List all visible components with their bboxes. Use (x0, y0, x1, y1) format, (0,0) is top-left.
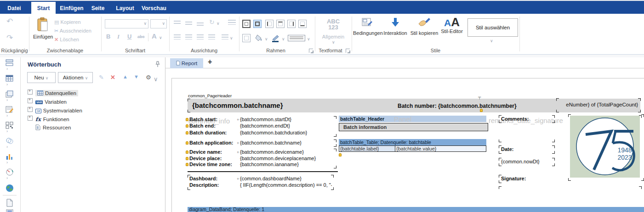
style-editor-button[interactable]: AA Stil-Editor (439, 17, 464, 34)
font-family-select[interactable]: ∨ (105, 19, 148, 28)
info-label[interactable]: Batch application: (189, 140, 233, 145)
gear-chevron[interactable]: ∨ (154, 76, 158, 83)
all-borders-button[interactable] (242, 20, 251, 28)
resize-handle[interactable]: + (237, 177, 239, 181)
signature-tool-chevron[interactable]: › (6, 113, 8, 118)
conditions-button[interactable]: Bedingungen (353, 17, 382, 36)
align-justify-icon[interactable] (208, 34, 215, 39)
info-value[interactable]: {batchcommon.batchname} (240, 140, 302, 145)
expand-icon[interactable] (28, 98, 33, 103)
edit-icon[interactable]: ✎ (99, 74, 104, 81)
textformat-dialog-launcher[interactable] (346, 49, 350, 53)
info-label[interactable]: Batch end: (189, 123, 216, 128)
info-label[interactable]: Batch duration: (189, 130, 227, 135)
paste-button[interactable]: Einfügen (33, 17, 52, 44)
text-rotate-icon[interactable]: ↻ (209, 18, 215, 26)
signature-tool-icon[interactable] (5, 106, 15, 113)
expand-icon[interactable] (28, 89, 33, 95)
info-label[interactable]: Device name: (189, 149, 222, 155)
info-label[interactable]: Device time zone: (189, 162, 232, 167)
tab-start[interactable]: Start (31, 2, 56, 15)
wrap-text-icon[interactable] (228, 20, 236, 25)
panel-tool-icon[interactable] (5, 90, 15, 98)
gauge-tool-icon[interactable] (5, 168, 15, 176)
comments-textbox[interactable]: Comments: (501, 116, 529, 122)
move-down-icon[interactable]: ▼ (134, 74, 139, 79)
rotate-chevron[interactable]: ∨ (217, 21, 220, 26)
interaction-button[interactable]: Interaktion (382, 17, 408, 36)
table-tool-icon[interactable] (5, 75, 15, 82)
general-chevron[interactable]: ∨ (332, 40, 335, 45)
right-border-button[interactable] (287, 20, 296, 28)
add-page-button[interactable]: + (208, 58, 212, 66)
info-label[interactable]: Batch start: (189, 117, 217, 122)
undo-icon[interactable]: ↶ (6, 17, 13, 26)
new-button[interactable]: Neu ∨ (27, 72, 56, 83)
fill-color-icon[interactable] (255, 34, 263, 42)
borders-dialog-launcher[interactable] (309, 49, 313, 53)
diagram-data-band[interactable]: diagram_DataBand; Datenquelle: 1 (188, 207, 644, 212)
batchtable-data-band[interactable]: batchTable_Table; Datenquelle: batchtabl… (339, 139, 486, 145)
report-page[interactable]: common_PageHeader {batchcommon.batchname… (165, 68, 644, 212)
font-color-button[interactable]: A (152, 32, 157, 40)
expand-icon[interactable] (28, 116, 33, 121)
font-color-chevron[interactable]: ∨ (159, 35, 162, 40)
info-label[interactable]: Description: (189, 182, 219, 188)
tab-layout[interactable]: Layout (114, 2, 136, 15)
align-left-icon[interactable] (174, 34, 181, 39)
italic-button[interactable]: I (117, 33, 120, 40)
bands-tool-chevron[interactable]: › (6, 67, 8, 71)
copy-button[interactable]: ▤ Kopieren (54, 19, 81, 25)
date-textbox[interactable]: Date: (501, 146, 514, 152)
info-value[interactable]: { IIF(Length(common.description) == 0, "… (240, 182, 332, 188)
anniversary-logo[interactable]: 1948 2023 (570, 116, 640, 178)
left-border-button[interactable] (265, 20, 274, 28)
align-middle-icon[interactable] (185, 22, 192, 25)
info-value[interactable]: {batchcommon.batchduration} (240, 130, 307, 135)
barcode-tool-chevron[interactable]: › (6, 129, 8, 134)
resize-handle[interactable]: + (237, 141, 239, 145)
select-style-chevron[interactable]: ∨ (490, 39, 493, 43)
info-value[interactable]: {batchcommon.endDt} (240, 123, 290, 128)
border-color-chevron[interactable]: ∨ (282, 37, 285, 41)
font-size-select[interactable]: ∨ (150, 19, 167, 28)
delete-button[interactable]: ✕ Löschen (54, 37, 79, 43)
tree-item-ressourcen[interactable]: Ressourcen (35, 124, 71, 132)
resize-handle[interactable]: + (237, 117, 239, 122)
no-border-button[interactable] (242, 34, 251, 42)
batch-information-textbox[interactable]: Batch information (339, 123, 488, 131)
bands-tool-icon[interactable] (5, 59, 15, 67)
divider-line[interactable] (188, 171, 338, 172)
shapes-tool-chevron[interactable]: › (6, 145, 8, 149)
pin-icon[interactable] (155, 61, 160, 67)
strikethrough-button[interactable]: abc (137, 34, 145, 39)
tree-item-datenquellen[interactable]: Datenquellen (28, 89, 78, 97)
now-date-textbox[interactable]: {common.nowDt} (501, 159, 540, 164)
spacing-chevron[interactable]: ∨ (230, 36, 233, 40)
tab-seite[interactable]: Seite (88, 2, 108, 15)
info-value[interactable]: {batchcommon.devicename} (240, 149, 304, 155)
expand-icon[interactable] (28, 107, 33, 112)
tree-item-variablen[interactable]: VARVariablen (28, 98, 67, 106)
tree-item-systemvariablen[interactable]: ≡#Systemvariablen (28, 107, 82, 115)
table-cell-label[interactable]: {batchtable.label} (339, 145, 395, 152)
richtext-component-icon[interactable] (5, 204, 15, 212)
line-style-chevron[interactable]: ∨ (307, 37, 310, 41)
actions-button[interactable]: Aktionen ∨ (58, 72, 93, 83)
bold-button[interactable]: B (106, 33, 110, 40)
chart-tool-icon[interactable] (5, 153, 15, 160)
move-up-icon[interactable]: ▲ (123, 74, 128, 79)
panel-tool-chevron[interactable]: › (6, 98, 8, 102)
batchnumber-textbox[interactable]: Batch number: {batchcommon.batchnumber} (398, 103, 517, 109)
textformat-general[interactable]: Allgemein (320, 34, 346, 39)
align-bottom-icon[interactable] (197, 22, 204, 26)
batchname-textbox[interactable]: {batchcommon.batchname} (192, 101, 283, 109)
barcode-tool-icon[interactable] (5, 122, 15, 129)
copy-style-button[interactable]: Stil kopieren (409, 17, 439, 36)
outer-border-button[interactable] (253, 20, 262, 28)
info-value[interactable]: {batchcommon.startDt} (240, 117, 291, 122)
tab-datei[interactable]: Datei (5, 2, 24, 15)
bottom-border-button[interactable] (298, 20, 307, 28)
tab-einfuegen[interactable]: Einfügen (59, 2, 85, 15)
cut-button[interactable]: ✂ Ausschneiden (54, 28, 91, 34)
